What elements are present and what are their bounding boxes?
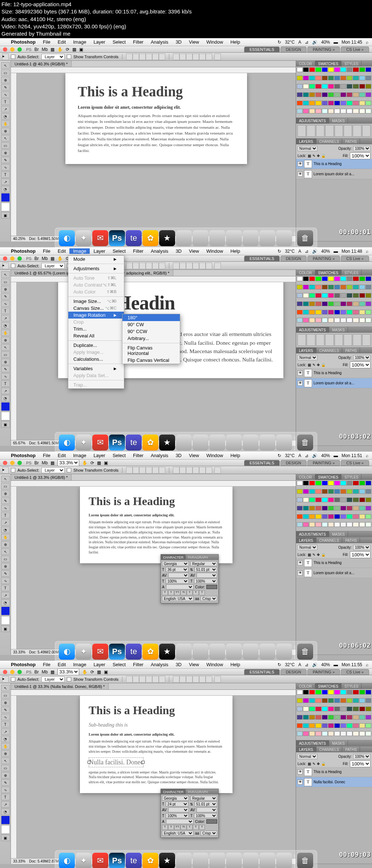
dock-photos-icon[interactable]: ✿ — [142, 435, 158, 451]
workspace-tab-painting[interactable]: PAINTING » — [307, 256, 340, 261]
document-tab[interactable]: Untitled-1 @ 33.3% (Nulla facilisi. Done… — [11, 683, 109, 689]
swatch[interactable] — [359, 690, 365, 695]
menu-item-mode[interactable]: Mode▶ — [68, 256, 124, 263]
swatch[interactable] — [353, 497, 359, 502]
swatch[interactable] — [322, 301, 328, 306]
zoom-level[interactable]: 33.33% — [13, 650, 25, 654]
swatch[interactable] — [315, 506, 321, 511]
swatch[interactable] — [347, 92, 352, 97]
align-icon[interactable] — [126, 676, 133, 683]
channels-tab[interactable]: CHANNELS — [316, 747, 342, 752]
type-style-button[interactable]: T — [162, 825, 168, 830]
menu-view[interactable]: View — [185, 39, 203, 45]
layer-name[interactable]: This is a Heading — [314, 371, 371, 375]
type-style-button[interactable]: T — [162, 590, 168, 595]
swatch[interactable] — [347, 506, 352, 511]
swatch[interactable] — [347, 707, 352, 711]
dock-ps-icon[interactable]: Ps — [109, 853, 125, 868]
distribute-icon[interactable] — [173, 467, 179, 473]
adjustment-preset[interactable] — [344, 125, 352, 137]
clock-day[interactable]: Mon 11:48 — [341, 249, 362, 254]
tool-button[interactable]: ∿ — [1, 373, 10, 380]
menu-view[interactable]: View — [185, 662, 203, 667]
type-style-button[interactable]: TT — [174, 825, 180, 830]
background-color[interactable] — [1, 825, 10, 834]
swatch[interactable] — [365, 731, 371, 736]
menu-filter[interactable]: Filter — [129, 248, 147, 254]
adjustment-preset[interactable] — [335, 125, 343, 137]
zoom-window-button[interactable] — [17, 256, 22, 261]
dock-gen-icon[interactable] — [176, 853, 192, 868]
arrange-icon[interactable]: ▦ — [72, 47, 76, 52]
swatch[interactable] — [334, 76, 340, 80]
baseline-select[interactable] — [166, 819, 194, 824]
dock-pdf-icon[interactable]: ✉ — [92, 644, 108, 660]
swatch[interactable] — [334, 84, 340, 89]
layer-thumbnail[interactable]: T — [304, 170, 312, 178]
swatch[interactable] — [303, 301, 309, 306]
volume-icon[interactable]: 🔊 — [312, 40, 318, 45]
swatch[interactable] — [303, 276, 309, 281]
adjustment-preset[interactable] — [362, 334, 371, 346]
swatch[interactable] — [309, 723, 315, 728]
swatch[interactable] — [309, 310, 315, 315]
swatch[interactable] — [322, 698, 328, 703]
color-tab[interactable]: COLOR — [296, 61, 315, 67]
swatch[interactable] — [347, 497, 352, 502]
layer-thumbnail[interactable]: T — [304, 778, 312, 786]
swatch[interactable] — [303, 723, 309, 728]
swatch[interactable] — [328, 690, 334, 695]
auto-select-target[interactable]: Layer — [41, 263, 65, 269]
swatch[interactable] — [303, 522, 309, 527]
dock-gen-icon[interactable] — [209, 435, 225, 451]
swatch[interactable] — [303, 707, 309, 711]
swatch[interactable] — [359, 698, 365, 703]
document-tab[interactable]: Untitled-1 @ 33.3% (RGB/8) * — [11, 474, 72, 480]
tool-button[interactable]: ◔ — [1, 736, 10, 742]
swatch[interactable] — [309, 522, 315, 527]
swatch[interactable] — [353, 698, 359, 703]
swatch[interactable] — [340, 84, 346, 89]
screen-mode-icon[interactable]: ▣ — [79, 47, 83, 52]
menu-file[interactable]: File — [39, 248, 54, 254]
submenu-item[interactable]: Flip Canvas Horizontal — [122, 344, 180, 357]
tool-button[interactable]: ↖ — [1, 757, 10, 764]
dock-gen-icon[interactable] — [276, 230, 292, 246]
swatch[interactable] — [328, 698, 334, 703]
dock-photos-icon[interactable]: ✿ — [142, 853, 158, 868]
dock-gen-icon[interactable] — [276, 435, 292, 451]
align-icon[interactable] — [152, 467, 159, 473]
swatch[interactable] — [322, 318, 328, 323]
lock-position-icon[interactable]: ✥ — [317, 363, 320, 367]
menu-analysis[interactable]: Analysis — [147, 662, 172, 667]
lock-position-icon[interactable]: ✥ — [317, 553, 320, 557]
volume-icon[interactable]: 🔊 — [312, 662, 318, 667]
distribute-icon[interactable] — [199, 676, 206, 683]
dock-gen-icon[interactable] — [276, 853, 292, 868]
channels-tab[interactable]: CHANNELS — [316, 348, 342, 353]
swatch[interactable] — [365, 318, 371, 323]
distribute-icon[interactable] — [199, 53, 206, 60]
swatch[interactable] — [347, 698, 352, 703]
bridge-icon[interactable]: Br — [35, 669, 39, 675]
tool-button[interactable]: ▭ — [1, 556, 10, 562]
styles-tab[interactable]: STYLES — [341, 683, 361, 689]
sync-icon[interactable]: ↻ — [278, 453, 281, 458]
menu-help[interactable]: Help — [227, 453, 244, 458]
swatch[interactable] — [340, 67, 346, 72]
bridge-icon[interactable]: Br — [35, 256, 39, 261]
dock-te-icon[interactable]: te — [126, 435, 142, 451]
swatch[interactable] — [365, 489, 371, 494]
swatch[interactable] — [309, 109, 315, 113]
swatch[interactable] — [328, 489, 334, 494]
font-family-select[interactable]: Georgia — [162, 561, 189, 566]
dock-safari-icon[interactable]: ✦ — [76, 853, 92, 868]
hand-tool-icon[interactable]: ✋ — [57, 47, 63, 52]
zoom-select[interactable]: 33.3% — [57, 668, 79, 675]
lock-position-icon[interactable]: ✥ — [317, 154, 320, 158]
swatch[interactable] — [328, 67, 334, 72]
swatch[interactable] — [365, 522, 371, 527]
tool-button[interactable]: ▭ — [1, 279, 10, 285]
swatch[interactable] — [365, 497, 371, 502]
swatch[interactable] — [297, 506, 303, 511]
